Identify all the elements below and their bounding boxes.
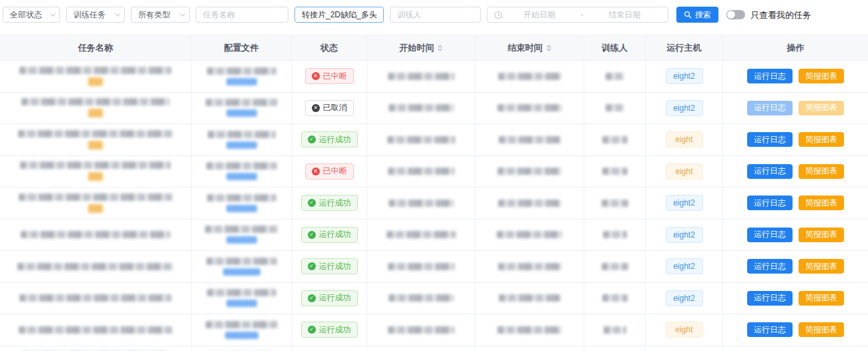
my-tasks-toggle[interactable] <box>726 10 745 19</box>
redacted-config-link[interactable] <box>226 141 257 149</box>
status-icon: ✕ <box>312 72 320 80</box>
host-badge: eight <box>666 322 703 338</box>
report-chart-button[interactable]: 简报图表 <box>799 228 844 242</box>
run-log-button[interactable]: 运行日志 <box>747 101 793 115</box>
table-header: 任务名称 配置文件 状态 开始时间 结束时间 训练人 运行主机 操作 <box>0 35 868 61</box>
redacted-config-link[interactable] <box>226 205 257 212</box>
category-filter-select[interactable]: 所有类型 <box>131 7 190 23</box>
task-type-filter-select[interactable]: 训练任务 <box>66 7 125 23</box>
keyword-input[interactable] <box>302 10 377 19</box>
report-chart-button[interactable]: 简报图表 <box>799 291 844 306</box>
sort-caret-icon[interactable] <box>546 45 552 51</box>
trainer-cell <box>584 61 646 92</box>
run-log-button[interactable]: 运行日志 <box>747 228 793 242</box>
redacted-task-name <box>21 98 170 105</box>
redacted-config-name <box>206 162 277 169</box>
status-cell: ✓ 运行成功 <box>292 124 367 155</box>
task-name-cell <box>0 124 192 155</box>
status-filter-select[interactable]: 全部状态 <box>3 7 60 23</box>
report-chart-button[interactable]: 简报图表 <box>799 322 844 337</box>
status-label: 运行成功 <box>319 324 351 336</box>
column-header-config-file: 配置文件 <box>192 35 292 60</box>
task-name-input[interactable] <box>203 10 281 19</box>
run-log-button[interactable]: 运行日志 <box>747 196 793 210</box>
status-icon: ✓ <box>308 231 316 239</box>
redacted-task-badge <box>88 141 103 149</box>
host-badge: eight2 <box>666 290 703 306</box>
column-label: 开始时间 <box>399 42 434 54</box>
host-cell: eight2 <box>646 93 723 124</box>
redacted-task-badge <box>88 204 103 213</box>
table-row: ✓ 运行成功 eight2 运行日志 简报图表 <box>0 251 868 283</box>
host-cell: eight2 <box>646 188 723 219</box>
actions-cell: 运行日志 简报图表 <box>723 314 868 346</box>
run-log-button[interactable]: 运行日志 <box>747 322 793 337</box>
status-cell: ✓ 运行成功 <box>292 314 367 346</box>
column-header-trainer: 训练人 <box>584 35 646 60</box>
report-chart-button[interactable]: 简报图表 <box>799 196 844 210</box>
host-badge: eight2 <box>666 258 703 274</box>
config-file-cell <box>192 220 292 251</box>
redacted-config-link[interactable] <box>226 173 257 180</box>
status-badge: ✕ 已取消 <box>305 100 354 116</box>
actions-cell: 运行日志 简报图表 <box>723 61 868 92</box>
column-header-status: 状态 <box>292 35 367 60</box>
start-time-cell <box>367 283 475 314</box>
trainer-input[interactable] <box>397 10 473 19</box>
status-icon: ✓ <box>308 199 316 207</box>
redacted-config-link[interactable] <box>225 332 258 339</box>
search-button[interactable]: 搜索 <box>676 7 718 23</box>
redacted-config-name <box>206 321 278 328</box>
config-file-cell <box>192 93 292 124</box>
table-row: ✕ 已中断 eight 运行日志 简报图表 <box>0 156 868 188</box>
status-icon: ✕ <box>312 104 320 112</box>
redacted-config-link[interactable] <box>226 300 257 307</box>
trainer-cell <box>584 283 646 314</box>
my-tasks-toggle-label: 只查看我的任务 <box>750 9 811 21</box>
config-file-cell <box>192 188 292 219</box>
status-badge: ✓ 运行成功 <box>301 131 358 147</box>
host-badge: eight2 <box>666 227 703 243</box>
status-filter-value: 全部状态 <box>10 9 42 21</box>
status-icon: ✕ <box>312 167 320 176</box>
redacted-task-name <box>20 161 171 169</box>
redacted-start-time <box>388 73 455 80</box>
status-label: 已中断 <box>323 71 347 82</box>
column-header-end-time: 结束时间 <box>475 35 584 60</box>
tasks-table: 任务名称 配置文件 状态 开始时间 结束时间 训练人 运行主机 操作 <box>0 35 868 351</box>
date-range-picker[interactable]: 开始日期 - 结束日期 <box>487 7 668 23</box>
run-log-button[interactable]: 运行日志 <box>747 132 793 147</box>
start-time-cell <box>367 220 475 251</box>
end-date-placeholder[interactable]: 结束日期 <box>588 9 662 21</box>
report-chart-button[interactable]: 简报图表 <box>799 101 844 115</box>
report-chart-button[interactable]: 简报图表 <box>799 69 844 83</box>
report-chart-button[interactable]: 简报图表 <box>799 132 844 147</box>
status-cell: ✓ 运行成功 <box>292 346 367 351</box>
redacted-config-link[interactable] <box>226 109 257 117</box>
redacted-config-link[interactable] <box>226 236 257 244</box>
end-time-cell <box>475 283 584 314</box>
redacted-task-name <box>19 194 172 201</box>
report-chart-button[interactable]: 简报图表 <box>799 164 844 179</box>
redacted-start-time <box>388 326 455 334</box>
status-icon: ✓ <box>308 262 316 270</box>
run-log-button[interactable]: 运行日志 <box>747 69 793 83</box>
sort-caret-icon[interactable] <box>437 45 443 51</box>
run-log-button[interactable]: 运行日志 <box>747 164 793 179</box>
redacted-config-link[interactable] <box>226 78 257 85</box>
redacted-end-time <box>499 136 561 143</box>
redacted-trainer <box>602 263 628 270</box>
redacted-end-time <box>498 200 561 207</box>
redacted-start-time <box>388 167 455 175</box>
redacted-config-link[interactable] <box>223 268 260 276</box>
actions-cell: 运行日志 简报图表 <box>723 156 868 188</box>
table-row: ✓ 运行成功 eight2 运行日志 简报图表 <box>0 283 868 315</box>
start-date-placeholder[interactable]: 开始日期 <box>503 9 576 21</box>
redacted-end-time <box>497 231 562 238</box>
report-chart-button[interactable]: 简报图表 <box>799 259 844 274</box>
redacted-task-badge <box>88 109 103 117</box>
run-log-button[interactable]: 运行日志 <box>747 259 793 274</box>
run-log-button[interactable]: 运行日志 <box>747 291 793 306</box>
table-row: ✓ 运行成功 eight2 运行日志 简报图表 <box>0 188 868 220</box>
status-label: 已中断 <box>323 165 347 177</box>
